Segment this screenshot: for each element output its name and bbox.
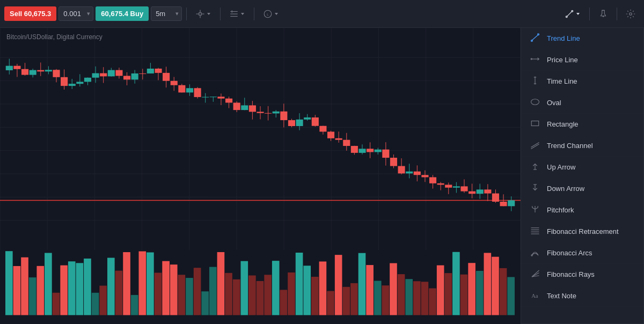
trend-line-label: Trend Line: [547, 34, 580, 42]
level-icon: L: [263, 9, 273, 19]
text-note-label: Text Note: [547, 292, 576, 300]
settings-icon: [626, 9, 635, 19]
menu-item-time-line[interactable]: Time Line: [521, 71, 643, 92]
svg-point-16: [630, 12, 632, 15]
toolbar-divider-5: [617, 8, 617, 20]
crosshair-icon: [195, 9, 205, 19]
fibonacci-rays-icon: [530, 269, 540, 280]
menu-item-fibonacci-arcs[interactable]: Fibonacci Arcs: [521, 242, 643, 264]
fibonacci-retracement-label: Fibonacci Retracement: [547, 227, 619, 235]
down-arrow-icon: [530, 183, 540, 194]
menu-item-trend-line[interactable]: Trend Line: [521, 28, 643, 49]
time-line-label: Time Line: [547, 77, 577, 85]
menu-item-up-arrow[interactable]: Up Arrow: [521, 157, 643, 178]
toolbar: Sell 60,675.3 0.001 0.01 0.1 1 60,675.4 …: [0, 0, 644, 28]
menu-item-price-line[interactable]: Price Line: [521, 49, 643, 71]
sell-button[interactable]: Sell 60,675.3: [4, 6, 56, 21]
toolbar-divider-2: [220, 8, 221, 20]
drawing-tool-icon: [565, 9, 574, 19]
menu-item-pitchfork[interactable]: Pitchfork: [521, 200, 643, 221]
quantity-select-wrapper: 0.001 0.01 0.1 1: [58, 6, 93, 21]
drawing-tools-menu: Trend LinePrice LineTime LineOvalRectang…: [521, 28, 644, 324]
svg-line-36: [532, 208, 535, 209]
toolbar-divider-3: [254, 8, 254, 20]
quantity-select[interactable]: 0.001 0.01 0.1 1: [58, 6, 93, 21]
candlestick-chart[interactable]: [0, 28, 521, 324]
up-arrow-label: Up Arrow: [547, 163, 575, 171]
menu-item-down-arrow[interactable]: Down Arrow: [521, 178, 643, 200]
oval-label: Oval: [547, 99, 561, 107]
order-type-chevron-icon: [240, 11, 245, 17]
crosshair-chevron-icon: [206, 11, 211, 17]
toolbar-divider-4: [589, 8, 590, 20]
timeframe-select-wrapper: 1m 5m 15m 1h 4h 1D: [151, 6, 182, 21]
chart-label: Bitcoin/USDollar, Digital Currency: [6, 33, 103, 41]
text-note-icon: Aa: [530, 290, 540, 301]
menu-item-trend-channel[interactable]: Trend Channel: [521, 135, 643, 157]
svg-text:L: L: [267, 13, 269, 16]
drawing-tool-button[interactable]: [560, 6, 585, 22]
pitchfork-label: Pitchfork: [547, 206, 574, 214]
menu-item-text-note[interactable]: AaText Note: [521, 285, 643, 307]
order-type-button[interactable]: [225, 6, 250, 22]
up-arrow-icon: [530, 161, 540, 173]
menu-item-fibonacci-rays[interactable]: Fibonacci Rays: [521, 264, 643, 285]
trend-line-icon: [530, 33, 540, 44]
trend-channel-label: Trend Channel: [547, 142, 593, 150]
rectangle-icon: [530, 119, 540, 130]
fibonacci-rays-label: Fibonacci Rays: [547, 270, 595, 278]
svg-rect-4: [199, 12, 202, 15]
menu-item-oval[interactable]: Oval: [521, 92, 643, 114]
fibonacci-retracement-icon: [530, 226, 540, 237]
fibonacci-arcs-label: Fibonacci Arcs: [547, 249, 592, 257]
price-line-icon: [530, 54, 540, 65]
main-area: Bitcoin/USDollar, Digital Currency Trend…: [0, 28, 644, 324]
level-chevron-icon: [274, 11, 279, 17]
toolbar-divider-1: [186, 8, 187, 20]
svg-line-17: [531, 34, 539, 41]
svg-point-27: [531, 99, 539, 105]
oval-icon: [530, 97, 540, 108]
level-button[interactable]: L: [259, 6, 283, 22]
fibonacci-arcs-icon: [530, 247, 540, 259]
svg-text:Aa: Aa: [531, 293, 538, 299]
crosshair-button[interactable]: [191, 6, 216, 22]
menu-item-rectangle[interactable]: Rectangle: [521, 114, 643, 135]
buy-button[interactable]: 60,675.4 Buy: [96, 6, 149, 21]
trend-channel-icon: [530, 140, 540, 151]
price-line-label: Price Line: [547, 56, 578, 64]
order-type-icon: [229, 9, 239, 19]
svg-rect-28: [531, 121, 539, 126]
indicator-button[interactable]: [594, 6, 612, 22]
svg-point-15: [603, 16, 604, 17]
pitchfork-icon: [530, 204, 540, 216]
drawing-tool-chevron-icon: [575, 11, 581, 17]
indicator-icon: [598, 9, 608, 19]
timeframe-select[interactable]: 1m 5m 15m 1h 4h 1D: [151, 6, 182, 21]
down-arrow-label: Down Arrow: [547, 185, 584, 193]
chart-area[interactable]: Bitcoin/USDollar, Digital Currency: [0, 28, 521, 324]
settings-button[interactable]: [621, 6, 640, 22]
rectangle-label: Rectangle: [547, 120, 579, 128]
menu-item-fibonacci-retracement[interactable]: Fibonacci Retracement: [521, 221, 643, 242]
time-line-icon: [530, 76, 540, 87]
svg-line-37: [535, 208, 538, 209]
